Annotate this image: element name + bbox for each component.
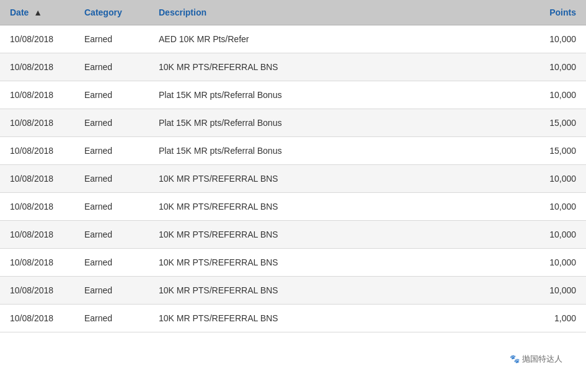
cell-points: 10,000 (524, 81, 586, 109)
cell-date: 10/08/2018 (0, 249, 74, 277)
cell-points: 10,000 (524, 277, 586, 305)
cell-description: 10K MR PTS/REFERRAL BNS (149, 165, 524, 193)
cell-description: 10K MR PTS/REFERRAL BNS (149, 305, 524, 332)
table-row: 10/08/2018Earned10K MR PTS/REFERRAL BNS1… (0, 305, 586, 332)
cell-points: 10,000 (524, 25, 586, 53)
cell-points: 10,000 (524, 249, 586, 277)
cell-category: Earned (74, 165, 149, 193)
table-row: 10/08/2018Earned10K MR PTS/REFERRAL BNS1… (0, 53, 586, 81)
cell-category: Earned (74, 25, 149, 53)
cell-description: 10K MR PTS/REFERRAL BNS (149, 277, 524, 305)
cell-description: 10K MR PTS/REFERRAL BNS (149, 249, 524, 277)
cell-points: 15,000 (524, 109, 586, 137)
sort-arrow-icon: ▲ (33, 7, 42, 17)
cell-description: Plat 15K MR pts/Referral Bonus (149, 137, 524, 165)
table-body: 10/08/2018EarnedAED 10K MR Pts/Refer10,0… (0, 25, 586, 332)
cell-points: 10,000 (524, 165, 586, 193)
cell-category: Earned (74, 277, 149, 305)
header-category-label: Category (84, 7, 122, 17)
cell-category: Earned (74, 193, 149, 221)
header-points-label: Points (549, 7, 576, 17)
cell-date: 10/08/2018 (0, 221, 74, 249)
table-row: 10/08/2018Earned10K MR PTS/REFERRAL BNS1… (0, 221, 586, 249)
cell-date: 10/08/2018 (0, 193, 74, 221)
cell-category: Earned (74, 53, 149, 81)
table-row: 10/08/2018Earned10K MR PTS/REFERRAL BNS1… (0, 165, 586, 193)
table-row: 10/08/2018EarnedPlat 15K MR pts/Referral… (0, 137, 586, 165)
cell-date: 10/08/2018 (0, 277, 74, 305)
cell-points: 15,000 (524, 137, 586, 165)
cell-description: 10K MR PTS/REFERRAL BNS (149, 53, 524, 81)
header-description-label: Description (159, 7, 206, 17)
cell-points: 10,000 (524, 53, 586, 81)
main-table-container: Date ▲ Category Description Points 10/08… (0, 0, 586, 332)
table-row: 10/08/2018EarnedPlat 15K MR pts/Referral… (0, 109, 586, 137)
cell-category: Earned (74, 81, 149, 109)
cell-category: Earned (74, 109, 149, 137)
cell-date: 10/08/2018 (0, 165, 74, 193)
cell-category: Earned (74, 305, 149, 332)
cell-points: 10,000 (524, 221, 586, 249)
cell-category: Earned (74, 137, 149, 165)
cell-date: 10/08/2018 (0, 305, 74, 332)
header-points[interactable]: Points (524, 0, 586, 25)
cell-category: Earned (74, 249, 149, 277)
table-row: 10/08/2018Earned10K MR PTS/REFERRAL BNS1… (0, 277, 586, 305)
cell-points: 10,000 (524, 193, 586, 221)
table-header-row: Date ▲ Category Description Points (0, 0, 586, 25)
cell-description: 10K MR PTS/REFERRAL BNS (149, 193, 524, 221)
table-row: 10/08/2018EarnedPlat 15K MR pts/Referral… (0, 81, 586, 109)
table-row: 10/08/2018Earned10K MR PTS/REFERRAL BNS1… (0, 249, 586, 277)
cell-description: Plat 15K MR pts/Referral Bonus (149, 109, 524, 137)
cell-description: 10K MR PTS/REFERRAL BNS (149, 221, 524, 249)
cell-date: 10/08/2018 (0, 137, 74, 165)
cell-points: 1,000 (524, 305, 586, 332)
cell-date: 10/08/2018 (0, 81, 74, 109)
table-row: 10/08/2018Earned10K MR PTS/REFERRAL BNS1… (0, 193, 586, 221)
cell-description: Plat 15K MR pts/Referral Bonus (149, 81, 524, 109)
header-date-label: Date (10, 7, 29, 17)
header-date[interactable]: Date ▲ (0, 0, 74, 25)
points-table: Date ▲ Category Description Points 10/08… (0, 0, 586, 332)
table-row: 10/08/2018EarnedAED 10K MR Pts/Refer10,0… (0, 25, 586, 53)
cell-category: Earned (74, 221, 149, 249)
header-category[interactable]: Category (74, 0, 149, 25)
header-description[interactable]: Description (149, 0, 524, 25)
cell-date: 10/08/2018 (0, 25, 74, 53)
cell-date: 10/08/2018 (0, 109, 74, 137)
cell-description: AED 10K MR Pts/Refer (149, 25, 524, 53)
cell-date: 10/08/2018 (0, 53, 74, 81)
